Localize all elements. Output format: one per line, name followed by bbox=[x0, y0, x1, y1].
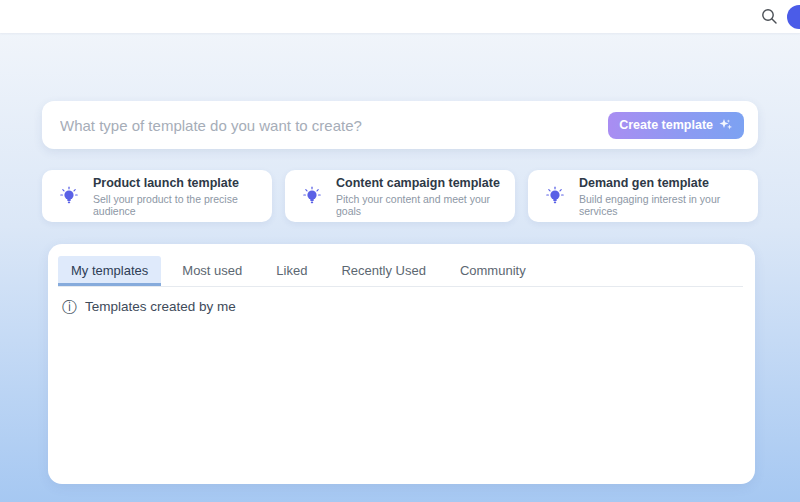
tab-liked[interactable]: Liked bbox=[263, 256, 320, 286]
empty-state-message: Templates created by me bbox=[85, 299, 236, 314]
template-prompt-bar: Create template bbox=[42, 101, 758, 149]
info-icon: ⓘ bbox=[62, 299, 77, 314]
top-bar bbox=[0, 0, 800, 33]
tab-most-used[interactable]: Most used bbox=[169, 256, 255, 286]
search-icon[interactable] bbox=[761, 8, 778, 25]
avatar[interactable] bbox=[787, 5, 800, 29]
card-subtitle: Pitch your content and meet your goals bbox=[336, 193, 515, 217]
templates-tabs: My templates Most used Liked Recently Us… bbox=[58, 256, 743, 287]
template-prompt-input[interactable] bbox=[42, 101, 608, 149]
tab-recently-used[interactable]: Recently Used bbox=[328, 256, 439, 286]
card-content-campaign-template[interactable]: Content campaign template Pitch your con… bbox=[285, 170, 515, 222]
card-demand-gen-template[interactable]: Demand gen template Build engaging inter… bbox=[528, 170, 758, 222]
tab-community[interactable]: Community bbox=[447, 256, 539, 286]
tab-my-templates[interactable]: My templates bbox=[58, 256, 161, 286]
card-subtitle: Sell your product to the precise audienc… bbox=[93, 193, 272, 217]
empty-state-row: ⓘ Templates created by me bbox=[62, 299, 755, 314]
lightbulb-icon bbox=[544, 185, 566, 207]
card-product-launch-template[interactable]: Product launch template Sell your produc… bbox=[42, 170, 272, 222]
card-title: Product launch template bbox=[93, 176, 272, 190]
templates-panel: My templates Most used Liked Recently Us… bbox=[48, 244, 755, 484]
lightbulb-icon bbox=[301, 185, 323, 207]
template-suggestions: Product launch template Sell your produc… bbox=[42, 170, 758, 222]
card-subtitle: Build engaging interest in your services bbox=[579, 193, 758, 217]
create-template-button[interactable]: Create template bbox=[608, 112, 744, 139]
create-template-label: Create template bbox=[619, 118, 713, 132]
card-title: Demand gen template bbox=[579, 176, 758, 190]
sparkles-icon bbox=[719, 118, 733, 132]
card-title: Content campaign template bbox=[336, 176, 515, 190]
lightbulb-icon bbox=[58, 185, 80, 207]
